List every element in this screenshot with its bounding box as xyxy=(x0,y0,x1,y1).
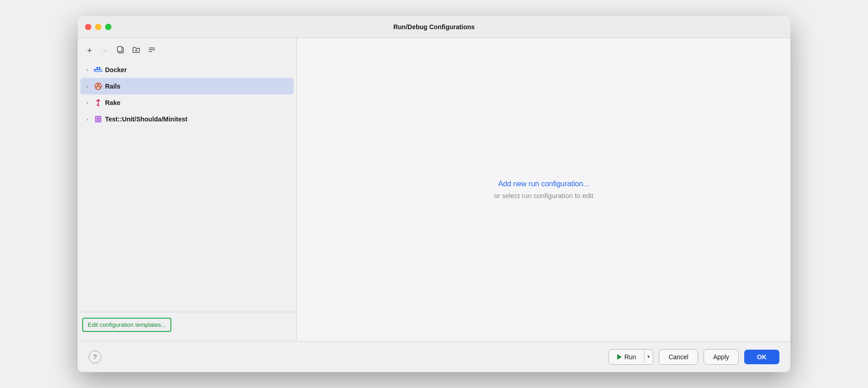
tree-item-docker[interactable]: › Docker xyxy=(80,62,294,78)
dialog-title: Run/Debug Configurations xyxy=(393,23,475,31)
help-button[interactable]: ? xyxy=(89,351,101,363)
copy-config-button[interactable] xyxy=(114,44,127,57)
test-unit-icon xyxy=(93,114,103,124)
chevron-down-icon: ▾ xyxy=(647,354,650,359)
rails-icon xyxy=(93,81,103,91)
run-button-group: Run ▾ xyxy=(609,349,654,365)
window-controls xyxy=(85,24,111,30)
sidebar-toolbar: + − xyxy=(78,42,296,62)
run-dropdown-button[interactable]: ▾ xyxy=(644,350,653,363)
svg-marker-21 xyxy=(95,116,101,122)
maximize-button[interactable] xyxy=(105,24,111,30)
content-area: + − xyxy=(78,38,790,341)
or-select-text: or select run configuration to edit xyxy=(494,192,593,199)
chevron-icon: › xyxy=(83,99,91,107)
help-icon: ? xyxy=(93,353,97,361)
svg-rect-9 xyxy=(99,69,101,70)
close-button[interactable] xyxy=(85,24,91,30)
svg-rect-10 xyxy=(96,67,98,68)
plus-icon: + xyxy=(87,46,92,56)
cancel-button[interactable]: Cancel xyxy=(659,349,698,365)
rake-icon xyxy=(93,98,103,108)
play-icon xyxy=(617,354,622,360)
run-label: Run xyxy=(625,353,636,361)
chevron-icon: › xyxy=(83,66,91,74)
svg-point-13 xyxy=(97,85,99,87)
tree-item-test-unit-label: Test::Unit/Shoulda/Minitest xyxy=(105,115,187,123)
run-main-button[interactable]: Run xyxy=(609,350,645,364)
chevron-icon: › xyxy=(83,115,91,123)
svg-rect-1 xyxy=(117,47,122,52)
bottom-bar: ? Run ▾ Cancel Apply OK xyxy=(78,341,790,372)
main-panel: Add new run configuration... or select r… xyxy=(297,38,790,341)
remove-config-button[interactable]: − xyxy=(99,44,111,57)
apply-button[interactable]: Apply xyxy=(704,349,739,365)
add-config-button[interactable]: + xyxy=(83,44,96,57)
sort-button[interactable] xyxy=(145,44,158,57)
svg-rect-11 xyxy=(99,67,101,68)
title-bar: Run/Debug Configurations xyxy=(78,16,790,38)
ok-button[interactable]: OK xyxy=(744,350,779,364)
sort-icon xyxy=(148,46,156,56)
copy-icon xyxy=(116,46,125,56)
run-debug-dialog: Run/Debug Configurations + − xyxy=(78,16,790,372)
svg-rect-7 xyxy=(94,69,96,70)
add-config-link[interactable]: Add new run configuration... xyxy=(498,180,589,188)
new-folder-button[interactable] xyxy=(130,44,143,57)
chevron-icon: › xyxy=(83,82,91,90)
tree-item-docker-label: Docker xyxy=(105,66,127,73)
tree-item-rake[interactable]: › Rake xyxy=(80,94,294,111)
minimize-button[interactable] xyxy=(95,24,101,30)
tree-item-rails[interactable]: › Rails xyxy=(80,78,294,94)
main-content-area: Add new run configuration... or select r… xyxy=(297,38,790,341)
new-folder-icon xyxy=(132,46,140,56)
tree-item-rake-label: Rake xyxy=(105,99,120,106)
sidebar-footer: Edit configuration templates... xyxy=(78,312,296,337)
docker-icon xyxy=(93,65,103,75)
sidebar: + − xyxy=(78,38,297,341)
minus-icon: − xyxy=(103,46,108,56)
edit-templates-button[interactable]: Edit configuration templates... xyxy=(82,318,171,332)
tree-item-rails-label: Rails xyxy=(105,83,120,90)
tree-item-test-unit[interactable]: › Test::Unit/Shoulda/Minitest xyxy=(80,111,294,127)
config-tree: › Docker xyxy=(78,62,296,312)
svg-rect-8 xyxy=(96,69,98,70)
